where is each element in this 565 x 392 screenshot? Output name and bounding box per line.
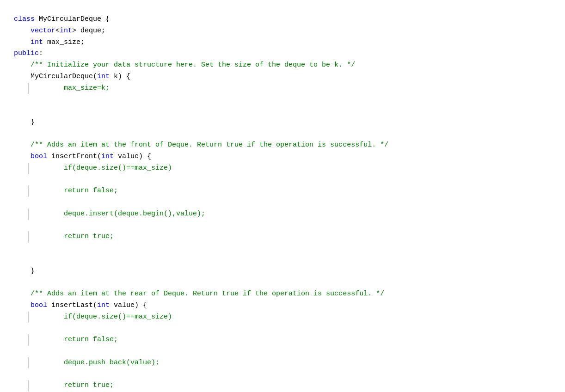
code-container: class MyCircularDeque { vector<int> dequ…	[0, 0, 565, 392]
code-block: class MyCircularDeque { vector<int> dequ…	[0, 5, 565, 392]
line-16: return true;	[14, 231, 551, 243]
indent-bar-24	[28, 357, 29, 369]
line-4: public:	[14, 49, 43, 57]
indent-bar-7	[28, 83, 29, 94]
indent-bar-15	[28, 208, 29, 220]
line-20: /** Adds an item at the rear of Deque. R…	[14, 290, 384, 298]
line-3: int max_size;	[14, 38, 85, 46]
line-15: deque.insert(deque.begin(),value);	[14, 208, 551, 220]
line-5: /** Initialize your data structure here.…	[14, 61, 355, 69]
indent-bar-25	[28, 380, 29, 392]
line-23: return false;	[14, 334, 551, 346]
line-1: class MyCircularDeque {	[14, 15, 110, 23]
indent-bar-22	[28, 312, 29, 323]
line-14: return false;	[14, 185, 551, 197]
line-24: deque.push_back(value);	[14, 357, 551, 369]
line-18: }	[14, 267, 35, 275]
line-2: vector<int> deque;	[14, 27, 105, 35]
line-13: if(deque.size()==max_size)	[14, 163, 551, 174]
line-6: MyCircularDeque(int k) {	[14, 73, 130, 80]
line-25: return true;	[14, 380, 551, 392]
line-12: bool insertFront(int value) {	[14, 153, 151, 160]
indent-bar-13	[28, 163, 29, 174]
line-9: }	[14, 118, 35, 126]
line-11: /** Adds an item at the front of Deque. …	[14, 141, 388, 149]
indent-bar-23	[28, 334, 29, 346]
line-7: max_size=k;	[14, 83, 551, 94]
line-21: bool insertLast(int value) {	[14, 301, 147, 309]
indent-bar-16	[28, 231, 29, 243]
line-22: if(deque.size()==max_size)	[14, 312, 551, 323]
indent-bar-14	[28, 185, 29, 197]
